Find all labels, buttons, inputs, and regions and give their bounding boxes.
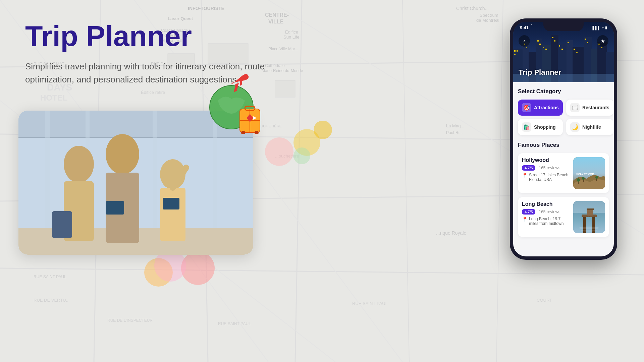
- signal-icon: ▌▌▌: [593, 26, 600, 30]
- nightlife-label: Nightlife: [582, 124, 601, 130]
- svg-text:La Maq...: La Maq...: [446, 123, 464, 128]
- svg-text:Christ Church...: Christ Church...: [456, 6, 489, 11]
- longbeach-image: [573, 201, 605, 233]
- svg-text:COURT: COURT: [537, 298, 552, 303]
- place-card-hollywood[interactable]: Hollywood 4.7/5 165 reviews 📍 Street 17,…: [518, 153, 609, 193]
- svg-rect-115: [576, 52, 578, 53]
- phone-notch: [543, 22, 584, 31]
- decoration-circle-yellow2: [314, 121, 332, 139]
- hero-title: Trip Planner: [519, 68, 561, 77]
- battery-icon: ▮: [605, 25, 607, 30]
- svg-rect-108: [545, 49, 547, 50]
- svg-text:...nque Royale: ...nque Royale: [436, 230, 466, 236]
- svg-text:CENTRE-: CENTRE-: [265, 12, 289, 18]
- svg-text:RUE SAINT-PAUL: RUE SAINT-PAUL: [352, 301, 388, 306]
- status-time: 9:41: [520, 25, 529, 30]
- hollywood-rating: 4.7/5: [522, 165, 535, 171]
- svg-rect-117: [587, 42, 588, 43]
- svg-rect-64: [52, 211, 72, 238]
- category-nightlife[interactable]: 🌙 Nightlife: [566, 119, 613, 135]
- longbeach-name: Long Beach: [522, 201, 571, 207]
- svg-rect-116: [585, 39, 586, 40]
- famous-places-label: Famous Places: [518, 142, 609, 148]
- pin-icon: 📍: [522, 173, 528, 178]
- decoration-circle-red: [181, 251, 215, 285]
- svg-text:HOTEL: HOTEL: [40, 93, 67, 102]
- svg-text:Paul-Ri...: Paul-Ri...: [446, 130, 463, 135]
- svg-rect-111: [559, 45, 560, 47]
- svg-rect-102: [514, 54, 516, 55]
- svg-text:RUE DE L'INSPECTEUR: RUE DE L'INSPECTEUR: [107, 318, 153, 323]
- svg-point-58: [64, 146, 94, 183]
- svg-text:RUE DE VERTU...: RUE DE VERTU...: [34, 298, 69, 303]
- svg-rect-105: [537, 40, 539, 42]
- hollywood-info: Hollywood 4.7/5 165 reviews 📍 Street 17,…: [522, 157, 573, 182]
- place-card-longbeach[interactable]: Long Beach 4.7/5 165 reviews 📍 Long Beac…: [518, 197, 609, 237]
- svg-text:de Montréal: de Montréal: [476, 18, 499, 23]
- svg-rect-113: [568, 42, 569, 43]
- category-shopping[interactable]: 🛍️ Shopping: [518, 119, 563, 135]
- phone-content: Select Category 🎯 Attractions 🍽️ Restaur…: [513, 82, 614, 256]
- svg-rect-100: [514, 50, 516, 52]
- category-restaurants[interactable]: 🍽️ Restaurants: [566, 100, 613, 116]
- attractions-label: Attractions: [534, 105, 559, 110]
- longbeach-photo: [573, 201, 605, 233]
- svg-rect-110: [554, 40, 555, 42]
- svg-rect-66: [163, 198, 179, 209]
- back-icon: ‹: [523, 38, 525, 44]
- shopping-icon: 🛍️: [522, 122, 531, 132]
- svg-point-126: [582, 177, 585, 180]
- svg-point-60: [106, 134, 139, 174]
- svg-rect-63: [160, 188, 185, 241]
- svg-rect-104: [526, 47, 527, 48]
- svg-text:Spectrum: Spectrum: [480, 13, 498, 18]
- phone-frame: 9:41 ▌▌▌ ⌖ ▮ ‹ ★ Trip Planner Select Cat…: [510, 18, 617, 260]
- svg-rect-141: [587, 208, 594, 210]
- svg-point-142: [579, 227, 599, 229]
- svg-text:Édifice retire: Édifice retire: [141, 90, 165, 95]
- svg-rect-65: [106, 201, 124, 215]
- shopping-label: Shopping: [534, 124, 556, 130]
- restaurants-label: Restaurants: [582, 105, 609, 110]
- svg-rect-114: [574, 49, 575, 50]
- hollywood-address: 📍 Street 17, Isles Beach, Florida, USA: [522, 173, 571, 182]
- svg-rect-109: [552, 37, 553, 38]
- svg-text:INFO•TOURISTE: INFO•TOURISTE: [188, 6, 224, 11]
- status-icons: ▌▌▌ ⌖ ▮: [593, 25, 607, 30]
- svg-rect-106: [539, 44, 541, 45]
- attractions-icon: 🎯: [522, 103, 531, 112]
- longbeach-rating: 4.7/5: [522, 209, 535, 215]
- svg-rect-101: [517, 50, 518, 52]
- category-attractions[interactable]: 🎯 Attractions: [518, 100, 563, 116]
- svg-rect-119: [601, 47, 602, 48]
- restaurants-icon: 🍽️: [570, 103, 580, 112]
- travel-icon: [201, 74, 268, 134]
- svg-rect-140: [587, 209, 593, 216]
- svg-text:HOLLYWOOD: HOLLYWOOD: [576, 173, 594, 175]
- svg-rect-112: [561, 49, 563, 50]
- svg-point-143: [581, 230, 597, 232]
- star-icon: ★: [600, 38, 605, 44]
- favorite-button[interactable]: ★: [597, 35, 608, 47]
- longbeach-address: 📍 Long Beach, 19.7 miles from midtown: [522, 217, 571, 226]
- svg-point-124: [577, 178, 580, 182]
- category-grid: 🎯 Attractions 🍽️ Restaurants 🛍️ Shopping…: [518, 100, 609, 135]
- back-button[interactable]: ‹: [519, 35, 530, 47]
- select-category-label: Select Category: [518, 88, 609, 95]
- hollywood-name: Hollywood: [522, 157, 571, 163]
- svg-text:RUE SAINT-PAUL: RUE SAINT-PAUL: [34, 275, 66, 279]
- wifi-icon: ⌖: [602, 25, 604, 30]
- hollywood-image: HOLLYWOOD: [573, 157, 605, 189]
- hollywood-reviews: 165 reviews: [539, 166, 560, 170]
- left-content-area: Trip Planner Simplifies travel planning …: [25, 20, 327, 86]
- page-title: Trip Planner: [25, 20, 327, 52]
- svg-rect-107: [543, 47, 544, 48]
- hollywood-photo: HOLLYWOOD: [573, 157, 605, 189]
- decoration-circle-green: [293, 147, 310, 164]
- phone-mockup: 9:41 ▌▌▌ ⌖ ▮ ‹ ★ Trip Planner Select Cat…: [510, 18, 624, 260]
- longbeach-info: Long Beach 4.7/5 165 reviews 📍 Long Beac…: [522, 201, 573, 226]
- svg-point-128: [595, 176, 598, 179]
- longbeach-reviews: 165 reviews: [539, 209, 560, 214]
- decoration-circle-pink: [265, 137, 293, 166]
- pin-icon-2: 📍: [522, 217, 528, 222]
